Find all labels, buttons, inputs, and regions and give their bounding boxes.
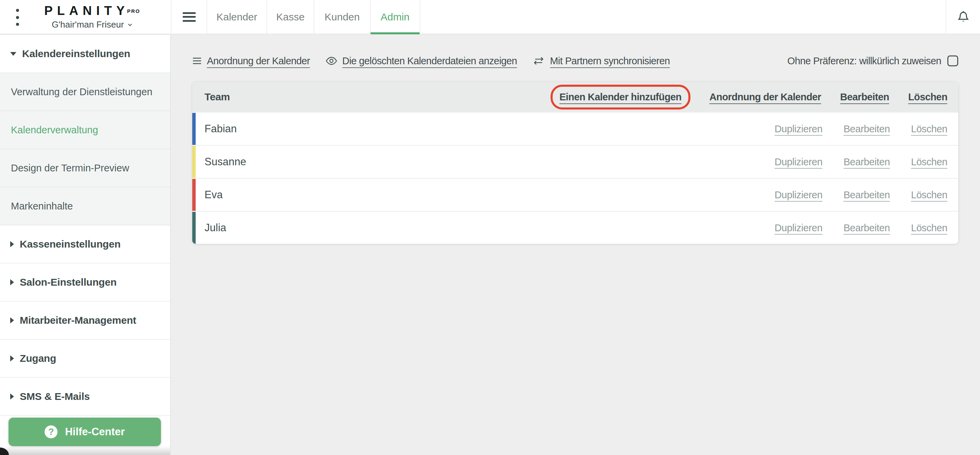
- edit-link[interactable]: Bearbeiten: [843, 157, 890, 168]
- calendar-name: Julia: [205, 222, 226, 234]
- chevron-down-icon: [127, 22, 133, 27]
- list-icon: [192, 57, 202, 65]
- preference-checkbox[interactable]: [947, 55, 958, 66]
- calendar-name: Susanne: [205, 156, 246, 168]
- sidebar-item-verwaltung-der-dienstleistungen[interactable]: Verwaltung der Dienstleistungen: [0, 73, 170, 111]
- sidebar-item-kalenderverwaltung[interactable]: Kalenderverwaltung: [0, 111, 170, 149]
- calendar-name: Eva: [205, 189, 223, 201]
- tab-kalender[interactable]: Kalender: [207, 0, 267, 34]
- brand-logo: PLANITYPRO: [44, 4, 140, 18]
- header-brand-zone: PLANITYPRO G'hair'man Friseur: [0, 0, 171, 34]
- main-content: Anordnung der Kalender Die gelöschten Ka…: [171, 35, 980, 455]
- eye-icon: [326, 57, 337, 65]
- edit-button[interactable]: Bearbeiten: [840, 92, 889, 103]
- toolbar-link-partner-sync[interactable]: Mit Partnern synchronisieren: [533, 55, 670, 67]
- kebab-menu-icon[interactable]: [12, 9, 22, 26]
- table-row: Julia Duplizieren Bearbeiten Löschen: [192, 211, 958, 244]
- duplicate-link[interactable]: Duplizieren: [775, 222, 822, 234]
- account-name: G'hair'man Friseur: [52, 19, 124, 30]
- brand: PLANITYPRO G'hair'man Friseur: [30, 4, 140, 30]
- sidebar-item-mitarbeiter-management[interactable]: Mitarbeiter-Management: [0, 302, 170, 340]
- calendar-color-bar: [192, 113, 196, 145]
- table-row: Eva Duplizieren Bearbeiten Löschen: [192, 178, 958, 211]
- duplicate-link[interactable]: Duplizieren: [775, 157, 822, 168]
- order-calendars-button[interactable]: Anordnung der Kalender: [710, 92, 821, 103]
- team-calendar-table: Team Einen Kalender hinzufügen Anordnung…: [192, 82, 958, 244]
- sidebar-item-kasseneinstellungen[interactable]: Kasseneinstellungen: [0, 225, 170, 263]
- caret-right-icon: [10, 393, 14, 400]
- main-nav-tabs: Kalender Kasse Kunden Admin: [207, 0, 420, 34]
- tab-kasse[interactable]: Kasse: [267, 0, 314, 34]
- sidebar-bottom-fade: [0, 446, 170, 455]
- sidebar: Kalendereinstellungen Verwaltung der Die…: [0, 35, 171, 455]
- hamburger-menu-button[interactable]: [183, 12, 196, 22]
- toolbar-link-geloeschte-anzeigen[interactable]: Die gelöschten Kalenderdateien anzeigen: [326, 55, 517, 67]
- calendar-name: Fabian: [205, 123, 237, 135]
- delete-link[interactable]: Löschen: [911, 124, 947, 135]
- notifications-bell-button[interactable]: [956, 10, 971, 24]
- caret-down-icon: [10, 52, 16, 56]
- sidebar-item-design-der-termin-preview[interactable]: Design der Termin-Preview: [0, 149, 170, 187]
- add-calendar-button[interactable]: Einen Kalender hinzufügen: [550, 85, 690, 109]
- sidebar-item-zugang[interactable]: Zugang: [0, 340, 170, 378]
- caret-right-icon: [10, 317, 14, 323]
- table-header: Team Einen Kalender hinzufügen Anordnung…: [192, 82, 958, 112]
- caret-right-icon: [10, 355, 14, 361]
- calendar-toolbar: Anordnung der Kalender Die gelöschten Ka…: [192, 50, 958, 72]
- pro-badge: PRO: [127, 8, 140, 14]
- bell-zone: [946, 0, 980, 34]
- sidebar-item-salon-einstellungen[interactable]: Salon-Einstellungen: [0, 263, 170, 302]
- help-center-button[interactable]: ? Hilfe-Center: [8, 418, 161, 446]
- caret-right-icon: [10, 279, 14, 285]
- question-icon: ?: [45, 425, 57, 438]
- calendar-color-bar: [192, 179, 196, 211]
- sync-icon: [533, 57, 545, 65]
- account-switcher[interactable]: G'hair'man Friseur: [44, 19, 140, 30]
- edit-link[interactable]: Bearbeiten: [843, 222, 890, 234]
- hamburger-zone: [171, 0, 207, 34]
- corner-artifact: [0, 447, 9, 455]
- duplicate-link[interactable]: Duplizieren: [775, 189, 822, 201]
- toolbar-link-anordnung[interactable]: Anordnung der Kalender: [192, 55, 310, 67]
- sidebar-item-sms-e-mails[interactable]: SMS & E-Mails: [0, 378, 170, 416]
- caret-right-icon: [10, 241, 14, 247]
- top-header: PLANITYPRO G'hair'man Friseur Kalender K…: [0, 0, 980, 34]
- preference-toggle: Ohne Präferenz: willkürlich zuweisen: [788, 55, 958, 67]
- delete-link[interactable]: Löschen: [911, 189, 947, 201]
- tab-admin[interactable]: Admin: [371, 0, 420, 34]
- delete-link[interactable]: Löschen: [911, 157, 947, 168]
- edit-link[interactable]: Bearbeiten: [843, 124, 890, 135]
- duplicate-link[interactable]: Duplizieren: [775, 124, 822, 135]
- delete-link[interactable]: Löschen: [911, 222, 947, 234]
- table-row: Susanne Duplizieren Bearbeiten Löschen: [192, 145, 958, 178]
- table-title: Team: [205, 91, 230, 103]
- preference-label: Ohne Präferenz: willkürlich zuweisen: [788, 55, 941, 67]
- tab-kunden[interactable]: Kunden: [314, 0, 371, 34]
- edit-link[interactable]: Bearbeiten: [843, 189, 890, 201]
- calendar-color-bar: [192, 146, 196, 178]
- calendar-color-bar: [192, 212, 196, 244]
- delete-button[interactable]: Löschen: [908, 92, 947, 103]
- table-row: Fabian Duplizieren Bearbeiten Löschen: [192, 112, 958, 145]
- sidebar-item-kalendereinstellungen[interactable]: Kalendereinstellungen: [0, 35, 170, 73]
- sidebar-item-markeninhalte[interactable]: Markeninhalte: [0, 187, 170, 225]
